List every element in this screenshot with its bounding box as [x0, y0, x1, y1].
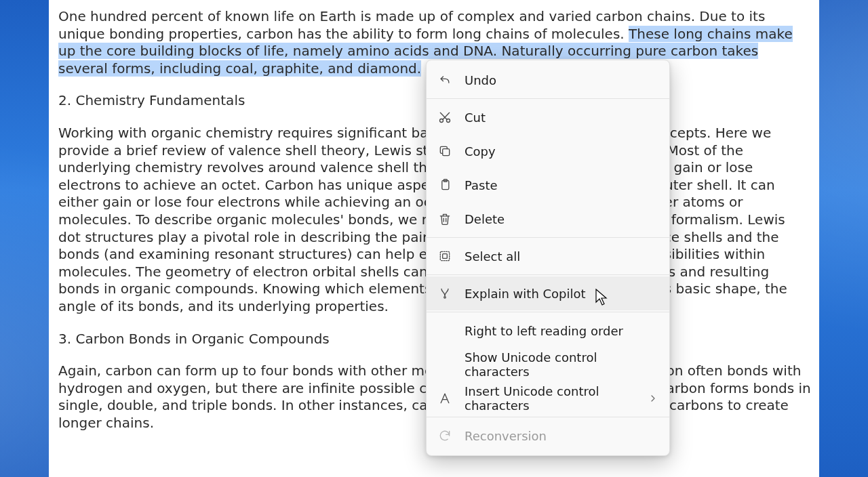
menu-label: Paste [465, 178, 498, 192]
menu-separator [427, 98, 669, 99]
menu-item-copy[interactable]: Copy [427, 134, 669, 168]
reconversion-icon [437, 428, 452, 443]
select-all-icon [437, 249, 452, 264]
menu-item-delete[interactable]: Delete [427, 202, 669, 236]
delete-icon [437, 211, 452, 226]
chevron-right-icon [648, 393, 658, 404]
menu-label: Right to left reading order [465, 324, 623, 338]
menu-item-rtl[interactable]: Right to left reading order [427, 314, 669, 348]
menu-item-explain-copilot[interactable]: Explain with Copilot [427, 276, 669, 310]
menu-label: Undo [465, 73, 496, 87]
menu-label: Delete [465, 212, 505, 226]
menu-label: Insert Unicode control characters [465, 384, 635, 413]
svg-rect-2 [443, 149, 450, 156]
menu-item-cut[interactable]: Cut [427, 100, 669, 134]
svg-rect-6 [443, 254, 448, 259]
svg-rect-5 [440, 251, 449, 260]
menu-label: Reconversion [465, 429, 547, 443]
menu-label: Select all [465, 249, 520, 264]
insert-unicode-icon [437, 391, 452, 406]
menu-item-paste[interactable]: Paste [427, 168, 669, 202]
menu-label: Show Unicode control characters [465, 350, 658, 379]
context-menu: Undo Cut Copy Paste Delete Select all [426, 60, 670, 456]
paste-icon [437, 178, 452, 192]
menu-separator [427, 312, 669, 312]
menu-item-undo[interactable]: Undo [427, 63, 669, 97]
menu-item-reconversion: Reconversion [427, 419, 669, 453]
menu-item-select-all[interactable]: Select all [427, 239, 669, 273]
undo-icon [437, 72, 452, 87]
menu-label: Copy [465, 144, 496, 159]
menu-item-insert-unicode[interactable]: Insert Unicode control characters [427, 381, 669, 415]
menu-label: Cut [465, 110, 486, 125]
menu-separator [427, 237, 669, 238]
svg-point-7 [444, 297, 446, 299]
menu-separator [427, 274, 669, 275]
menu-item-show-unicode[interactable]: Show Unicode control characters [427, 348, 669, 381]
cut-icon [437, 110, 452, 125]
copilot-icon [437, 286, 452, 301]
copy-icon [437, 144, 452, 159]
menu-label: Explain with Copilot [465, 287, 586, 301]
menu-separator [427, 417, 669, 417]
